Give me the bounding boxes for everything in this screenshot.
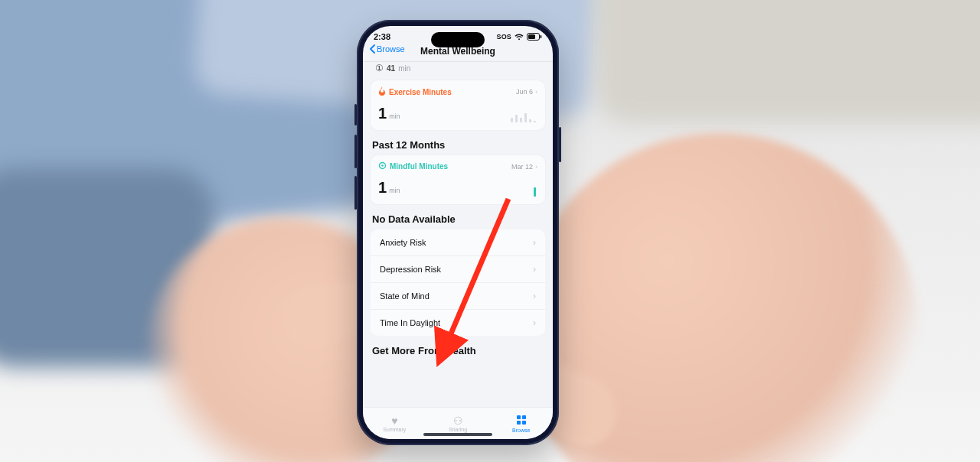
card-unit: min (389, 187, 400, 194)
battery-icon (527, 33, 542, 41)
back-label: Browse (377, 44, 405, 54)
heart-icon: ♥ (391, 415, 397, 426)
card-date: Mar 12 (511, 163, 533, 171)
no-data-list: Anxiety Risk › Depression Risk › State o… (371, 229, 545, 336)
card-value: 1 (378, 179, 387, 197)
wifi-icon (514, 34, 524, 41)
bar-sparkline (534, 181, 536, 197)
list-item-label: Depression Risk (380, 265, 441, 274)
iphone-frame: 2:38 SOS Browse Mental Wellbeing (357, 20, 559, 445)
status-sos: SOS (496, 33, 511, 41)
card-date: Jun 6 (516, 88, 533, 96)
chevron-right-icon: › (533, 264, 536, 275)
mindful-minutes-card[interactable]: Mindful Minutes Mar 12 › 1 min (371, 155, 545, 204)
svg-point-4 (381, 164, 384, 167)
background-laptop (597, 0, 980, 122)
chevron-right-icon: › (533, 317, 536, 328)
home-indicator[interactable] (423, 433, 492, 436)
list-item-depression-risk[interactable]: Depression Risk › (371, 255, 545, 282)
section-header-no-data: No Data Available (372, 213, 544, 225)
list-item-anxiety-risk[interactable]: Anxiety Risk › (371, 229, 545, 255)
section-header-get-more: Get More From Health (372, 345, 544, 356)
list-item-label: Time In Daylight (380, 318, 440, 327)
chevron-right-icon: › (533, 237, 536, 248)
chevron-right-icon: › (533, 291, 536, 301)
tab-label: Browse (512, 428, 530, 433)
card-label: Mindful Minutes (390, 162, 448, 171)
dynamic-island (431, 32, 485, 47)
clock-icon: ① (375, 63, 384, 73)
svg-rect-6 (522, 415, 526, 419)
mute-switch (354, 104, 357, 125)
people-icon: ⚇ (453, 415, 463, 426)
list-item-time-in-daylight[interactable]: Time In Daylight › (371, 309, 545, 336)
iphone-screen: 2:38 SOS Browse Mental Wellbeing (363, 26, 553, 439)
card-label: Exercise Minutes (389, 88, 452, 96)
photo-scene: 2:38 SOS Browse Mental Wellbeing (0, 0, 980, 462)
volume-down-button (354, 176, 357, 210)
svg-rect-8 (522, 421, 526, 425)
svg-rect-5 (517, 415, 521, 419)
grid-icon (516, 415, 527, 427)
page-title: Mental Wellbeing (420, 46, 495, 57)
list-item-state-of-mind[interactable]: State of Mind › (371, 282, 545, 309)
mindfulness-icon (378, 161, 387, 171)
tab-label: Sharing (449, 427, 467, 432)
card-unit: min (389, 112, 400, 120)
tab-label: Summary (383, 427, 406, 432)
peek-value: 41 (387, 64, 395, 73)
previous-card-peek: ① 41 min (371, 62, 545, 76)
list-item-label: Anxiety Risk (380, 238, 426, 247)
card-value: 1 (378, 105, 387, 122)
side-button (559, 127, 561, 162)
bar-sparkline (511, 107, 536, 122)
back-button[interactable]: Browse (369, 44, 405, 54)
section-header-past-12-months: Past 12 Months (372, 139, 544, 151)
chevron-right-icon: › (535, 88, 537, 96)
peek-unit: min (398, 64, 410, 73)
volume-up-button (354, 135, 357, 168)
svg-rect-1 (541, 35, 542, 38)
chevron-right-icon: › (535, 163, 537, 171)
svg-rect-2 (528, 34, 535, 39)
list-item-label: State of Mind (380, 291, 430, 301)
tab-summary[interactable]: ♥ Summary (363, 408, 426, 439)
exercise-minutes-card[interactable]: Exercise Minutes Jun 6 › 1 min (371, 80, 545, 130)
tab-browse[interactable]: Browse (489, 408, 553, 439)
scroll-content[interactable]: ① 41 min Exercise Minutes Jun 6 (363, 62, 553, 408)
flame-icon (378, 86, 386, 97)
chevron-left-icon (369, 44, 375, 54)
svg-rect-7 (517, 421, 521, 425)
status-time: 2:38 (374, 32, 390, 41)
